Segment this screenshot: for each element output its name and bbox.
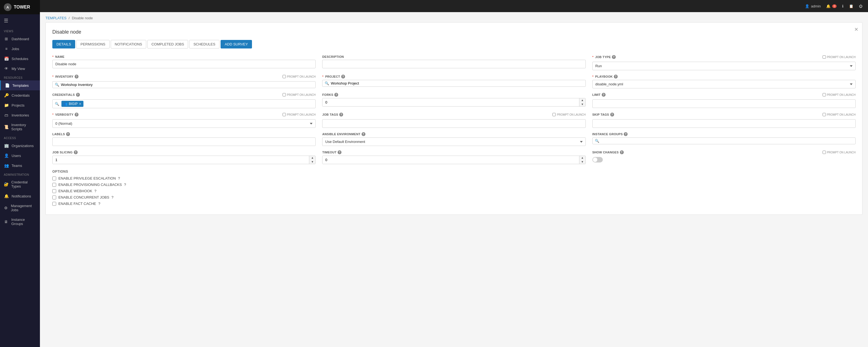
tab-schedules[interactable]: SCHEDULES [189,40,219,49]
labels-input[interactable] [52,137,316,146]
sidebar-item-projects[interactable]: 📁 Projects [0,100,40,110]
sidebar-item-instance-groups[interactable]: 🖥 Instance Groups [0,215,40,228]
sidebar-item-label: Inventories [11,113,29,117]
playbook-select[interactable]: disable_node.yml [592,80,856,88]
topbar-user[interactable]: 👤 admin [805,4,820,8]
job-slicing-increment[interactable]: ▲ [309,156,315,160]
forks-increment[interactable]: ▲ [580,98,585,102]
job-slicing-input[interactable] [53,156,309,164]
limit-input[interactable] [592,99,856,108]
webhook-help-icon[interactable]: ? [94,189,96,193]
forks-input[interactable] [322,98,579,106]
job-tags-prompt-checkbox[interactable] [552,113,556,116]
inventory-prompt-checkbox[interactable] [283,75,286,78]
show-changes-help-icon[interactable]: ? [620,150,624,154]
sidebar-item-templates[interactable]: 📄 Templates [0,81,40,90]
forks-help-icon[interactable]: ? [334,93,338,97]
limit-help-icon[interactable]: ? [602,93,606,97]
close-button[interactable]: ✕ [854,26,858,32]
user-icon: 👤 [805,4,809,8]
form-row-1: NAME DESCRIPTION JOB TYPE ? [52,55,856,70]
inventory-help-icon[interactable]: ? [74,75,79,78]
forks-decrement[interactable]: ▼ [580,102,585,106]
sidebar-item-myview[interactable]: 👁 My View [0,64,40,73]
skip-tags-label: SKIP TAGS ? [592,113,614,117]
name-input[interactable] [52,60,316,68]
concurrent-jobs-help-icon[interactable]: ? [112,195,114,199]
sidebar-item-inventory-scripts[interactable]: 📜 Inventory Scripts [0,120,40,134]
credentials-help-icon[interactable]: ? [76,93,80,97]
breadcrumb-parent[interactable]: TEMPLATES [45,16,66,20]
timeout-help-icon[interactable]: ? [338,150,341,154]
credentials-label: CREDENTIALS ? [52,93,80,97]
job-type-help-icon[interactable]: ? [612,55,616,59]
concurrent-jobs-label: ENABLE CONCURRENT JOBS [58,195,109,199]
sidebar-item-dashboard[interactable]: ⊞ Dashboard [0,34,40,44]
job-tags-input[interactable] [322,119,585,128]
inventory-input[interactable] [61,83,313,87]
sidebar-item-teams[interactable]: 👥 Teams [0,161,40,170]
access-section-label: ACCESS [0,134,40,141]
labels-help-icon[interactable]: ? [66,132,70,136]
skip-tags-input[interactable] [592,119,856,128]
sidebar-item-label: Dashboard [11,37,29,41]
project-help-icon[interactable]: ? [341,75,345,78]
fact-cache-help-icon[interactable]: ? [98,201,100,206]
credentials-prompt-checkbox[interactable] [283,93,286,96]
sidebar-item-credentials[interactable]: 🔑 Credentials [0,90,40,100]
tab-add-survey[interactable]: ADD SURVEY [221,40,252,49]
limit-label: LIMIT ? [592,93,606,97]
job-type-prompt-checkbox[interactable] [823,55,826,59]
ansible-env-help-icon[interactable]: ? [362,132,366,136]
timeout-increment[interactable]: ▲ [580,156,585,160]
tab-details[interactable]: DETAILS [52,40,75,49]
sidebar-item-inventories[interactable]: 🗃 Inventories [0,110,40,120]
sidebar-item-credential-types[interactable]: 🔐 Credential Types [0,177,40,191]
description-input[interactable] [322,60,585,68]
labels-label: LABELS ? [52,132,316,136]
timeout-decrement[interactable]: ▼ [580,160,585,164]
hamburger-button[interactable]: ☰ [0,14,40,27]
concurrent-jobs-checkbox[interactable] [52,195,56,199]
sidebar-item-management-jobs[interactable]: ⚙ Management Jobs [0,201,40,215]
job-type-select[interactable]: Run Check [592,62,856,70]
job-slicing-decrement[interactable]: ▼ [309,160,315,164]
timeout-input[interactable] [322,156,579,164]
credentials-input[interactable] [86,102,313,106]
ansible-env-select[interactable]: Use Default Environment [322,137,585,146]
topbar-notifications[interactable]: 🔔 0 [826,4,837,8]
job-tags-help-icon[interactable]: ? [339,113,343,117]
topbar-info[interactable]: ℹ [842,4,843,8]
topbar-power[interactable]: ⏻ [859,4,863,8]
sidebar-item-organizations[interactable]: 🏢 Organizations [0,141,40,151]
tab-completed-jobs[interactable]: COMPLETED JOBS [147,40,188,49]
provisioning-callbacks-help-icon[interactable]: ? [124,183,126,187]
verbosity-help-icon[interactable]: ? [74,113,79,117]
show-changes-prompt-checkbox[interactable] [823,151,826,154]
tab-permissions[interactable]: PERMISSIONS [76,40,109,49]
project-input[interactable] [331,81,583,85]
skip-tags-help-icon[interactable]: ? [610,113,614,117]
show-changes-toggle[interactable] [592,157,603,162]
topbar-docs[interactable]: 📋 [849,4,854,8]
job-slicing-help-icon[interactable]: ? [74,150,78,154]
provisioning-callbacks-checkbox[interactable] [52,183,56,187]
sidebar-item-notifications[interactable]: 🔔 Notifications [0,191,40,201]
skip-tags-prompt-checkbox[interactable] [823,113,826,116]
tab-notifications[interactable]: NOTIFICATIONS [111,40,146,49]
fact-cache-checkbox[interactable] [52,202,56,206]
sidebar-item-users[interactable]: 👤 Users [0,151,40,161]
webhook-checkbox[interactable] [52,189,56,193]
sidebar-item-label: Organizations [11,144,34,148]
instance-groups-help-icon[interactable]: ? [624,132,628,136]
verbosity-prompt-checkbox[interactable] [283,113,286,116]
limit-prompt-checkbox[interactable] [823,93,826,96]
privilege-escalation-checkbox[interactable] [52,177,56,180]
instance-groups-input[interactable] [601,139,853,143]
verbosity-select[interactable]: 0 (Normal) 1 (Verbose) 2 (More Verbose) … [52,119,316,128]
sidebar-item-jobs[interactable]: ≡ Jobs [0,44,40,54]
credential-remove-button[interactable]: × [79,102,81,106]
sidebar-item-schedules[interactable]: 📅 Schedules [0,54,40,64]
playbook-help-icon[interactable]: ? [614,75,618,78]
privilege-escalation-help-icon[interactable]: ? [118,176,120,180]
